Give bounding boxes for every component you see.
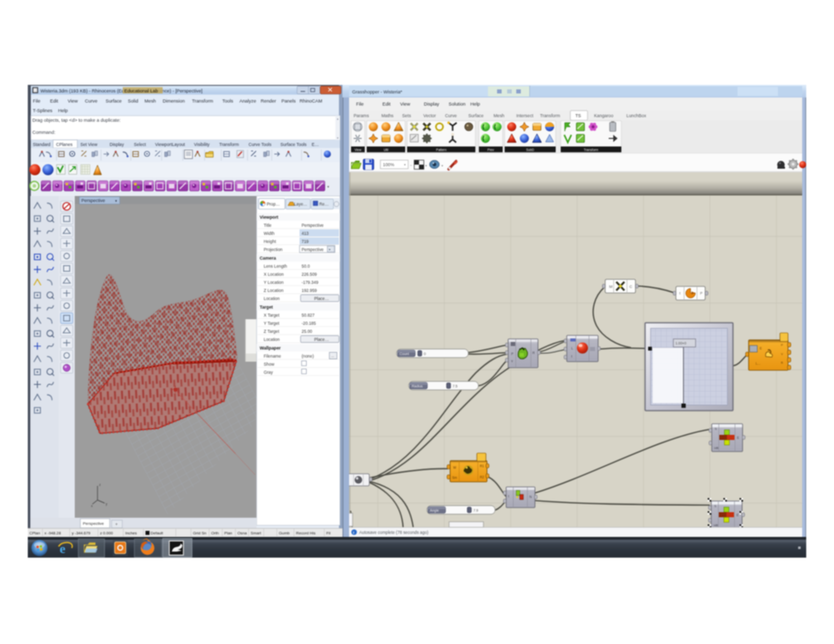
svg-text:R1: R1 (480, 464, 484, 468)
svg-text:Help: Help (470, 102, 480, 107)
svg-text:719: 719 (302, 239, 309, 244)
svg-text:L: L (571, 346, 573, 350)
svg-text:View: View (68, 98, 78, 104)
svg-text:Grasshopper - Wisteria*: Grasshopper - Wisteria* (352, 89, 403, 94)
svg-text:Maths: Maths (381, 113, 394, 118)
svg-text:7.5: 7.5 (453, 384, 458, 388)
svg-text:View: View (355, 148, 362, 152)
svg-text:Curve: Curve (85, 98, 97, 104)
svg-text:Display: Display (424, 102, 439, 107)
svg-text:Title: Title (264, 223, 272, 228)
svg-text:Analyze: Analyze (239, 98, 256, 104)
svg-text:Set View: Set View (80, 142, 98, 147)
svg-text:Transform: Transform (540, 113, 560, 118)
svg-text:Perspective: Perspective (302, 223, 324, 228)
svg-text:HB: HB (714, 524, 718, 527)
svg-text:Help: Help (58, 108, 68, 113)
svg-text:Location: Location (264, 296, 280, 301)
svg-text:▼: ▼ (336, 136, 339, 139)
svg-text:Sets: Sets (402, 113, 411, 118)
svg-text:Grid Sn: Grid Sn (193, 531, 206, 535)
svg-text:Drag objects, tap <d> to make: Drag objects, tap <d> to make a duplicat… (32, 118, 121, 123)
svg-text:E: E (760, 346, 762, 350)
svg-text:Pattern: Pattern (436, 148, 447, 152)
svg-text:Tools: Tools (222, 98, 233, 104)
svg-text:Standard: Standard (33, 142, 51, 147)
svg-text:Prop…: Prop… (267, 202, 280, 207)
svg-text:Record His: Record His (296, 531, 316, 535)
svg-text:T-Splines: T-Splines (33, 108, 53, 113)
svg-text:N: N (529, 495, 532, 499)
svg-text:Transform: Transform (219, 142, 239, 147)
svg-text:+: + (115, 522, 118, 527)
svg-text:Perspective: Perspective (81, 198, 105, 203)
svg-text:Wallpaper: Wallpaper (260, 345, 281, 351)
svg-text:Intersect: Intersect (516, 113, 533, 118)
svg-text:Target: Target (260, 305, 273, 310)
svg-text:Viewport: Viewport (260, 215, 278, 220)
svg-text:Transform: Transform (584, 148, 599, 152)
svg-text:File: File (356, 102, 364, 107)
svg-text:Orth: Orth (211, 531, 219, 535)
svg-text:X Target: X Target (264, 313, 280, 318)
svg-text:z 0.000: z 0.000 (100, 531, 113, 535)
svg-text:Gray: Gray (264, 370, 273, 375)
svg-text:Y Location: Y Location (264, 280, 284, 285)
svg-text:Z Target: Z Target (264, 329, 279, 334)
svg-text:Place…: Place… (314, 296, 329, 301)
svg-text:50.827: 50.827 (302, 313, 315, 318)
svg-text:i: i (353, 530, 354, 535)
svg-text:Place…: Place… (314, 337, 329, 342)
svg-text:50.0: 50.0 (302, 264, 310, 269)
svg-text:Sm: Sm (452, 476, 457, 479)
svg-text:-: - (410, 163, 412, 168)
svg-text:7.9: 7.9 (473, 509, 478, 512)
svg-text:x -948.28: x -948.28 (44, 531, 61, 535)
svg-text:Inches: Inches (125, 531, 137, 535)
svg-text:-179.349: -179.349 (302, 280, 318, 285)
svg-text:L…: L… (756, 362, 761, 365)
svg-text:B: B (781, 361, 783, 364)
svg-text:▾: ▾ (327, 185, 329, 188)
svg-text:S: S (715, 427, 717, 430)
svg-text:Camera: Camera (260, 256, 276, 261)
svg-text:P: P (700, 291, 703, 295)
svg-text:1.00×0: 1.00×0 (675, 341, 686, 345)
svg-text:Solid: Solid (128, 98, 138, 104)
svg-text:Surface: Surface (468, 113, 483, 118)
svg-text:SubD: SubD (526, 148, 534, 152)
svg-text:Z Location: Z Location (264, 288, 283, 293)
svg-text:Plan: Plan (224, 531, 232, 535)
svg-text:▾: ▾ (115, 199, 117, 203)
svg-text:Curve Tools: Curve Tools (249, 142, 271, 147)
svg-text:Default: Default (151, 531, 164, 535)
svg-text:Render: Render (261, 98, 276, 104)
svg-text:Lens Length: Lens Length (264, 264, 287, 269)
svg-text:t: t (508, 494, 509, 498)
svg-text:C: C (629, 284, 632, 289)
svg-text:RhinoCAM: RhinoCAM (300, 98, 322, 104)
svg-text:LunchBox: LunchBox (626, 113, 647, 118)
svg-text:Gumb: Gumb (279, 531, 290, 535)
svg-text:Edit: Edit (50, 98, 58, 104)
svg-text:Perspective: Perspective (83, 521, 104, 526)
svg-text:z: z (99, 483, 101, 486)
svg-text:25.00: 25.00 (302, 329, 312, 334)
svg-text:ViewportLayout: ViewportLayout (155, 142, 185, 147)
svg-text:226.509: 226.509 (302, 272, 317, 277)
svg-text:Fil: Fil (326, 531, 330, 535)
svg-text:View: View (400, 102, 410, 107)
svg-text:S: S (714, 505, 716, 508)
svg-text:100%: 100% (383, 162, 395, 167)
svg-text:Visibility: Visibility (194, 142, 210, 147)
svg-text:Width: Width (264, 231, 275, 236)
svg-text:R2: R2 (480, 475, 484, 479)
svg-text:▾: ▾ (404, 163, 406, 166)
svg-text:Prev: Prev (487, 148, 495, 152)
svg-text:Filename: Filename (264, 354, 281, 359)
svg-text:Smart: Smart (251, 531, 262, 535)
svg-text:▾: ▾ (425, 164, 427, 167)
svg-text:-20.185: -20.185 (302, 321, 316, 326)
svg-text:(none): (none) (302, 354, 314, 359)
svg-text:R: R (532, 351, 535, 355)
